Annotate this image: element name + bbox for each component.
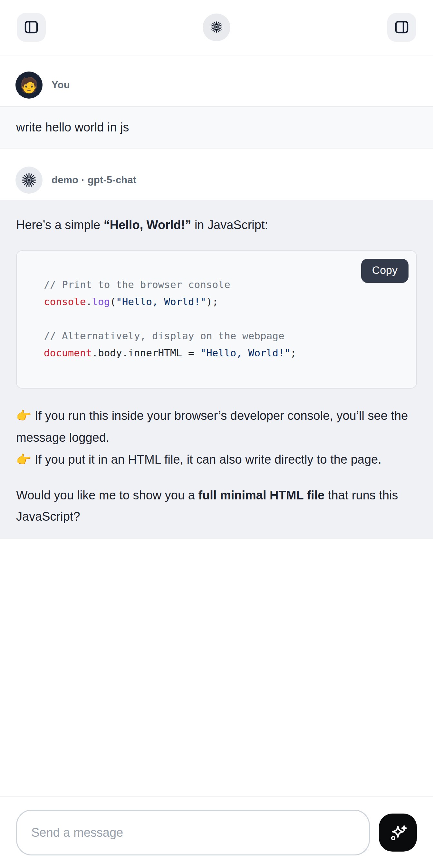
assistant-avatar [16,166,42,194]
composer-bar [0,797,433,868]
code-token: .body.innerHTML = [92,347,200,359]
user-message: write hello world in js [0,106,433,149]
chat-app: 🧑 You write hello world in js [0,0,433,868]
assistant-question-paragraph: Would you like me to show you a full min… [16,485,417,527]
user-avatar-emoji: 🧑 [20,78,38,92]
intro-text: Here’s a simple [16,218,104,232]
intro-bold-text: “Hello, World!” [104,218,191,232]
sidebar-toggle-button[interactable] [17,13,46,42]
intro-text-after: in JavaScript: [191,218,268,232]
code-comment-line: // Print to the browser console [44,279,230,290]
code-token: "Hello, World!" [116,296,206,307]
tip-line-1: 👉 If you run this inside your browser’s … [16,409,408,444]
assistant-tips-paragraph: 👉 If you run this inside your browser’s … [16,405,417,470]
question-text: Would you like me to show you a [16,489,198,502]
starburst-icon [21,172,37,188]
code-token: console [44,296,86,307]
user-sender-name: You [52,79,70,91]
send-button[interactable] [379,813,417,851]
message-input[interactable] [16,810,370,856]
code-token: "Hello, World!" [200,347,290,359]
sparkle-icon [387,822,408,843]
code-content: // Print to the browser console console.… [44,276,389,362]
assistant-sender-name: demo · gpt-5-chat [52,174,136,186]
user-avatar: 🧑 [16,71,42,99]
user-message-text: write hello world in js [16,121,129,134]
assistant-message-header: demo · gpt-5-chat [0,149,433,200]
copy-code-button[interactable]: Copy [361,259,408,283]
code-token: . [86,296,92,307]
code-token: ( [110,296,116,307]
starburst-icon [209,20,224,35]
code-token: ; [290,347,297,359]
tip-line-2: 👉 If you put it in an HTML file, it can … [16,453,381,466]
assistant-message: Here’s a simple “Hello, World!” in JavaS… [0,200,433,539]
user-message-header: 🧑 You [0,55,433,106]
code-token: log [92,296,110,307]
question-bold-text: full minimal HTML file [198,489,324,502]
right-panel-toggle-button[interactable] [387,13,416,42]
code-comment-line: // Alternatively, display on the webpage [44,330,284,342]
model-menu-button[interactable] [203,13,230,41]
code-token: document [44,347,92,359]
code-token: ); [206,296,218,307]
panel-right-icon [393,19,410,37]
assistant-intro-paragraph: Here’s a simple “Hello, World!” in JavaS… [16,214,417,236]
top-bar [0,0,433,55]
panel-left-icon [23,19,40,37]
code-block: Copy // Print to the browser console con… [16,250,417,389]
